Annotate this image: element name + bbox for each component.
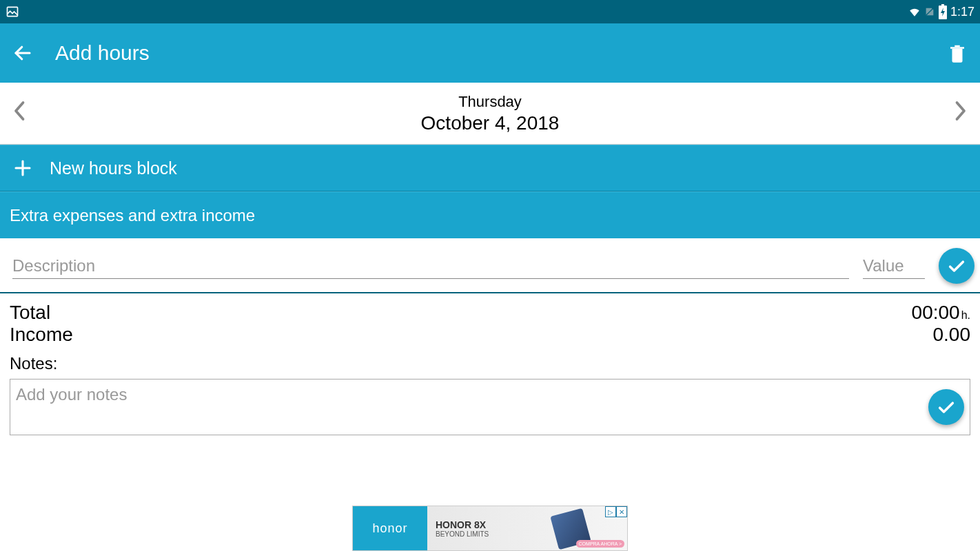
ad-subtitle: BEYOND LIMITS xyxy=(436,530,627,538)
app-title: Add hours xyxy=(55,41,947,65)
ad-title: HONOR 8X xyxy=(436,519,627,530)
value-input[interactable] xyxy=(863,253,925,279)
notes-label: Notes: xyxy=(10,354,970,373)
battery-charging-icon xyxy=(938,4,948,19)
sim-icon xyxy=(924,5,935,19)
gallery-icon xyxy=(6,5,19,19)
description-input[interactable] xyxy=(12,253,849,279)
check-icon xyxy=(947,256,966,276)
ad-controls: ▷ ✕ xyxy=(605,506,627,517)
totals-section: Total 00:00h. Income 0.00 xyxy=(0,293,980,349)
date-display[interactable]: Thursday October 4, 2018 xyxy=(26,93,954,134)
total-value: 00:00h. xyxy=(912,302,970,324)
status-bar: 1:17 xyxy=(0,0,980,23)
confirm-notes-button[interactable] xyxy=(928,389,964,425)
income-label: Income xyxy=(10,324,73,346)
new-hours-block-button[interactable]: New hours block xyxy=(0,145,980,191)
notes-input[interactable] xyxy=(16,385,923,429)
total-label: Total xyxy=(10,302,50,324)
date-string: October 4, 2018 xyxy=(26,112,954,134)
next-day-button[interactable] xyxy=(954,101,966,126)
plus-icon xyxy=(12,158,33,178)
ad-info-icon[interactable]: ▷ xyxy=(605,506,616,517)
extra-input-row xyxy=(0,238,980,293)
extras-header: Extra expenses and extra income xyxy=(0,191,980,238)
ad-banner[interactable]: honor HONOR 8X BEYOND LIMITS COMPRA AHOR… xyxy=(352,506,628,551)
date-navigator: Thursday October 4, 2018 xyxy=(0,83,980,145)
check-icon xyxy=(937,397,956,417)
income-value: 0.00 xyxy=(933,324,971,346)
app-bar: Add hours xyxy=(0,23,980,83)
confirm-extra-button[interactable] xyxy=(939,248,974,284)
ad-close-icon[interactable]: ✕ xyxy=(616,506,627,517)
ad-content: HONOR 8X BEYOND LIMITS COMPRA AHORA > ▷ … xyxy=(427,506,627,550)
notes-section: Notes: xyxy=(0,349,980,441)
ad-cta: COMPRA AHORA > xyxy=(576,540,624,548)
notes-box xyxy=(10,379,970,435)
ad-brand: honor xyxy=(353,506,427,550)
delete-button[interactable] xyxy=(947,41,968,65)
new-block-label: New hours block xyxy=(50,158,177,178)
extras-label: Extra expenses and extra income xyxy=(10,206,255,225)
status-time: 1:17 xyxy=(950,5,974,19)
wifi-icon xyxy=(908,6,921,18)
prev-day-button[interactable] xyxy=(14,101,26,126)
back-button[interactable] xyxy=(12,43,33,63)
day-name: Thursday xyxy=(26,93,954,111)
svg-rect-3 xyxy=(941,4,944,6)
